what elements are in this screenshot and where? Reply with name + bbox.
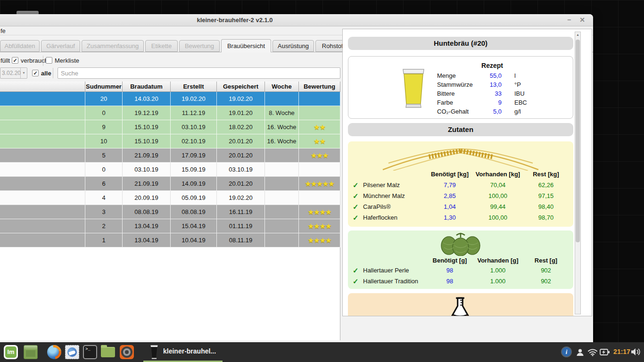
taskbar: lm >_ kleiner-brauhel... i bbox=[0, 342, 644, 362]
alle-label: alle bbox=[41, 70, 51, 77]
table-row[interactable]: 2 13.04.19 15.04.19 01.11.19 ★★★★ bbox=[0, 219, 340, 233]
taskbar-window-button[interactable]: kleiner-brauhel... bbox=[143, 342, 223, 362]
filter-separator-2 bbox=[53, 68, 53, 78]
zutaten-title: Zutaten bbox=[348, 123, 573, 136]
rating-stars[interactable] bbox=[299, 191, 340, 205]
clock[interactable]: 21:17 bbox=[611, 348, 633, 355]
abgefuellt-label-fragment: füllt bbox=[0, 57, 10, 64]
date-filter-combobox[interactable]: 3.02.20 ▼ bbox=[0, 67, 27, 79]
mint-logo-icon: lm bbox=[5, 346, 17, 358]
tab-bewertung[interactable]: Bewertung bbox=[179, 40, 220, 52]
user-tray-icon[interactable] bbox=[576, 348, 585, 357]
table-header-row: Sudnummer Braudatum Erstellt Gespeichert… bbox=[0, 82, 340, 92]
mint-menu-button[interactable]: lm bbox=[4, 345, 18, 359]
thunderbird-icon bbox=[67, 347, 77, 357]
tab-gaerverlauf[interactable]: Gärverlauf bbox=[41, 40, 80, 52]
header-bewertung[interactable]: Bewertung bbox=[299, 82, 340, 92]
titlebar[interactable]: kleiner-brauhelfer-2 v2.1.0 − ✕ bbox=[0, 14, 593, 26]
chevron-down-icon[interactable]: ▼ bbox=[20, 68, 27, 78]
wifi-tray-icon[interactable] bbox=[587, 348, 598, 356]
scrollbar-thumb[interactable] bbox=[576, 40, 580, 242]
verbraucht-checkbox[interactable]: ✓ bbox=[12, 57, 18, 64]
tab-ausruestung[interactable]: Ausrüstung bbox=[272, 40, 314, 52]
check-icon: ✓ bbox=[353, 277, 360, 286]
rezept-card: Rezept Menge 55,0 l Stammwürze 13,0 °P B… bbox=[348, 56, 573, 119]
rating-stars[interactable]: ★★★ bbox=[299, 148, 340, 163]
check-icon: ✓ bbox=[353, 266, 360, 275]
brew-title: Huntebräu (#20) bbox=[348, 37, 573, 50]
table-row[interactable]: 0 03.10.19 15.09.19 03.10.19 bbox=[0, 163, 340, 177]
table-row[interactable]: 1 13.04.19 10.04.19 08.11.19 ★★★★ bbox=[0, 233, 340, 247]
header-erstellt[interactable]: Erstellt bbox=[171, 82, 217, 92]
scroll-up-icon[interactable]: ▲ bbox=[575, 33, 580, 36]
terminal-launcher[interactable]: >_ bbox=[83, 345, 97, 359]
table-row[interactable]: 0 19.12.19 11.12.19 19.01.20 8. Woche bbox=[0, 106, 340, 120]
table-row[interactable]: 10 15.10.19 02.10.19 20.01.20 16. Woche … bbox=[0, 134, 340, 148]
close-button[interactable]: ✕ bbox=[577, 16, 587, 25]
search-input[interactable] bbox=[58, 67, 340, 79]
rating-stars[interactable]: ★★ bbox=[299, 120, 340, 134]
tab-brauuebersicht[interactable]: Brauübersicht bbox=[221, 39, 271, 52]
desktop-icon bbox=[26, 350, 35, 357]
table-row[interactable]: 6 21.09.19 14.09.19 20.01.20 ★★★★★ bbox=[0, 177, 340, 191]
tab-abfuelldaten[interactable]: Abfülldaten bbox=[0, 40, 40, 52]
window-title: kleiner-brauhelfer-2 v2.1.0 bbox=[197, 16, 272, 24]
header-sudname bbox=[0, 82, 85, 92]
rating-stars[interactable]: ★★★★★ bbox=[299, 177, 340, 191]
check-icon: ✓ bbox=[353, 181, 360, 189]
header-woche[interactable]: Woche bbox=[265, 82, 299, 92]
table-row[interactable]: 20 14.03.20 19.02.20 19.02.20 bbox=[0, 92, 340, 106]
battery-tray-icon[interactable] bbox=[600, 348, 611, 356]
table-row[interactable]: 5 21.09.19 17.09.19 20.01.20 ★★★ bbox=[0, 148, 340, 163]
files-launcher[interactable] bbox=[101, 347, 115, 357]
malz-card: Benötigt [kg] Vorhanden [kg] Rest [kg] ✓… bbox=[348, 141, 573, 227]
rezept-header: Rezept bbox=[464, 62, 520, 69]
app-window: kleiner-brauhelfer-2 v2.1.0 − ✕ fe Abfül… bbox=[0, 14, 593, 342]
date-filter-value: 3.02.20 bbox=[2, 70, 21, 76]
brew-table[interactable]: Sudnummer Braudatum Erstellt Gespeichert… bbox=[0, 82, 340, 340]
table-row[interactable]: 9 15.10.19 03.10.19 18.02.20 16. Woche ★… bbox=[0, 120, 340, 134]
update-manager-tray-icon[interactable]: i bbox=[561, 346, 572, 357]
header-gespeichert[interactable]: Gespeichert bbox=[217, 82, 265, 92]
rating-stars[interactable] bbox=[299, 106, 340, 120]
beer-glass-small-icon bbox=[150, 345, 158, 360]
check-icon: ✓ bbox=[353, 203, 360, 211]
beer-glass-icon bbox=[401, 68, 426, 109]
filter-separator bbox=[43, 56, 43, 66]
tab-zusammenfassung[interactable]: Zusammenfassung bbox=[82, 40, 144, 52]
wheat-icon bbox=[379, 144, 542, 171]
minimize-button[interactable]: − bbox=[564, 16, 574, 25]
thunderbird-launcher[interactable] bbox=[65, 345, 79, 359]
merkliste-label: Merkliste bbox=[55, 57, 79, 64]
recorder-launcher[interactable] bbox=[120, 345, 134, 359]
table-row[interactable]: 3 08.08.19 08.08.19 16.11.19 ★★★★ bbox=[0, 205, 340, 219]
menu-item-fragment[interactable]: fe bbox=[0, 27, 6, 34]
show-desktop-button[interactable] bbox=[24, 345, 38, 359]
panel-scrollbar[interactable]: ▲ bbox=[575, 32, 581, 314]
rating-stars[interactable]: ★★ bbox=[299, 134, 340, 148]
tab-etikette[interactable]: Etikette bbox=[145, 40, 178, 52]
check-icon: ✓ bbox=[353, 192, 360, 200]
rating-stars[interactable] bbox=[299, 163, 340, 177]
header-braudatum[interactable]: Braudatum bbox=[123, 82, 171, 92]
desktop: kleiner-brauhelfer-2 v2.1.0 − ✕ fe Abfül… bbox=[0, 0, 644, 362]
hefe-card bbox=[348, 293, 573, 316]
header-sudnummer[interactable]: Sudnummer bbox=[85, 82, 123, 92]
merkliste-checkbox[interactable] bbox=[46, 57, 52, 64]
rating-stars[interactable]: ★★★★ bbox=[299, 205, 340, 219]
hops-icon bbox=[432, 231, 489, 256]
taskbar-window-label: kleiner-brauhel... bbox=[163, 347, 216, 355]
rating-stars[interactable] bbox=[299, 92, 340, 106]
brew-detail-panel: Huntebräu (#20) Rezept Menge 55,0 l Stam… bbox=[342, 29, 592, 316]
table-row[interactable]: 4 20.09.19 05.09.19 19.02.20 bbox=[0, 191, 340, 205]
volume-tray-icon[interactable] bbox=[631, 348, 641, 356]
hopfen-card: Benötigt [g] Vorhanden [g] Rest [g] ✓ Ha… bbox=[348, 230, 573, 289]
check-icon: ✓ bbox=[353, 214, 360, 222]
rating-stars[interactable]: ★★★★ bbox=[299, 219, 340, 233]
rating-stars[interactable]: ★★★★ bbox=[299, 233, 340, 247]
alle-checkbox[interactable]: ✓ bbox=[32, 70, 39, 76]
firefox-launcher[interactable] bbox=[47, 345, 61, 359]
flask-icon bbox=[445, 296, 475, 316]
